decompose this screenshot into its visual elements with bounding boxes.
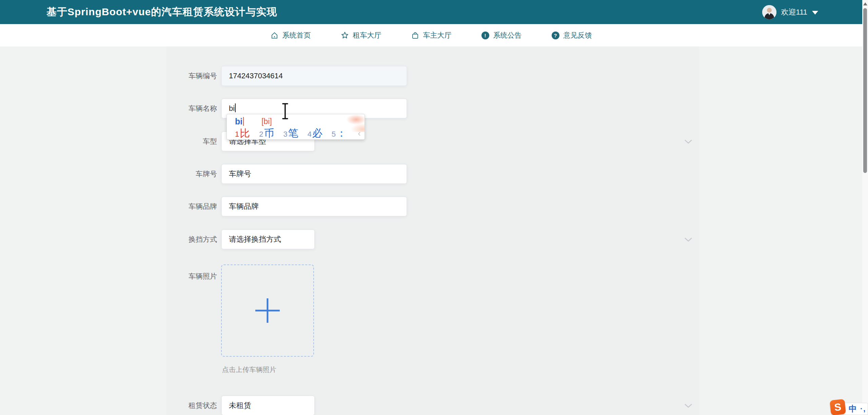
avatar-image	[762, 5, 776, 19]
bag-icon	[411, 32, 419, 39]
ime-mode-chinese[interactable]: 中	[849, 403, 857, 414]
vehicle-name-label: 车辆名称	[129, 99, 217, 118]
ibeam-cursor-icon	[281, 103, 290, 120]
nav-item-feedback[interactable]: ? 意见反馈	[552, 31, 592, 40]
ime-status-bar[interactable]: S 中 ·,	[831, 403, 868, 415]
text-caret	[235, 103, 236, 112]
ime-prev-page-icon[interactable]: ‹	[358, 128, 361, 139]
scroll-up-icon[interactable]	[863, 2, 867, 5]
home-icon	[271, 32, 278, 39]
ime-paging: ‹ ›	[358, 128, 365, 139]
app-title: 基于SpringBoot+vue的汽车租赁系统设计与实现	[46, 5, 277, 19]
nav-item-rental-hall[interactable]: 租车大厅	[341, 31, 381, 40]
ime-candidate-3[interactable]: 3笔	[283, 126, 298, 140]
rental-status-select[interactable]: 未租赁	[221, 396, 315, 415]
chevron-down-icon[interactable]	[684, 139, 693, 145]
plus-icon	[255, 298, 280, 323]
vehicle-brand-label: 车辆品牌	[129, 197, 217, 216]
nav-item-home[interactable]: 系统首页	[271, 31, 311, 40]
ime-candidate-popup: bi [bi] 1比 2币 3笔 4必 5： ‹ ›	[226, 114, 365, 140]
vertical-scrollbar[interactable]	[862, 0, 868, 415]
vehicle-id-label: 车辆编号	[129, 66, 217, 86]
ime-candidate-2[interactable]: 2币	[259, 126, 274, 140]
vehicle-name-value: bi	[229, 104, 235, 113]
photo-upload-area[interactable]	[221, 264, 314, 357]
vehicle-form: 车辆编号 1742437034614 车辆名称 bi 车型 请选择车型 车牌号 …	[0, 46, 862, 415]
welcome-text: 欢迎111	[781, 7, 807, 17]
chevron-down-icon	[812, 11, 818, 15]
page: 基于SpringBoot+vue的汽车租赁系统设计与实现 欢迎111 系统首页	[0, 0, 868, 415]
vehicle-photo-label: 车辆照片	[129, 266, 217, 286]
scrollbar-thumb[interactable]	[863, 8, 867, 173]
vehicle-brand-input[interactable]: 车辆品牌	[221, 197, 407, 216]
plate-number-input[interactable]: 车牌号	[221, 164, 407, 184]
vehicle-type-label: 车型	[129, 132, 217, 151]
nav-label: 系统首页	[282, 31, 311, 40]
star-icon	[341, 31, 349, 39]
ime-composition-row: bi [bi]	[235, 116, 364, 126]
sogou-logo-icon[interactable]: S	[830, 399, 846, 415]
gear-mode-select[interactable]: 请选择换挡方式	[221, 230, 315, 249]
nav-label: 系统公告	[493, 31, 522, 40]
app-header: 基于SpringBoot+vue的汽车租赁系统设计与实现 欢迎111	[0, 0, 862, 24]
nav-bar: 系统首页 租车大厅 车主大厅 ! 系统公告 ? 意见反馈	[0, 24, 862, 46]
ime-composition: bi	[235, 117, 242, 126]
upload-hint: 点击上传车辆照片	[222, 365, 276, 374]
ime-match: [bi]	[261, 117, 272, 126]
announcement-icon: !	[481, 32, 489, 39]
feedback-icon: ?	[552, 32, 559, 39]
ime-candidate-4[interactable]: 4必	[308, 126, 322, 140]
user-menu[interactable]: 欢迎111	[762, 0, 818, 24]
ime-candidate-1[interactable]: 1比	[235, 126, 250, 140]
chevron-down-icon[interactable]	[684, 237, 693, 243]
gear-mode-label: 换挡方式	[129, 230, 217, 249]
nav-label: 意见反馈	[564, 31, 592, 40]
plate-number-label: 车牌号	[129, 164, 217, 184]
nav-label: 租车大厅	[353, 31, 381, 40]
ime-candidates-row: 1比 2币 3笔 4必 5： ‹ ›	[235, 127, 364, 140]
ime-caret	[243, 117, 244, 126]
chevron-down-icon[interactable]	[684, 403, 693, 409]
nav-item-owner-hall[interactable]: 车主大厅	[411, 31, 452, 40]
vehicle-id-input[interactable]: 1742437034614	[221, 66, 407, 86]
rental-status-label: 租赁状态	[129, 396, 217, 415]
ime-punctuation-mode[interactable]: ·,	[860, 404, 866, 413]
nav-item-announcements[interactable]: ! 系统公告	[481, 31, 522, 40]
ime-candidate-5[interactable]: 5：	[332, 126, 347, 140]
avatar[interactable]	[762, 5, 776, 19]
nav-label: 车主大厅	[423, 31, 452, 40]
